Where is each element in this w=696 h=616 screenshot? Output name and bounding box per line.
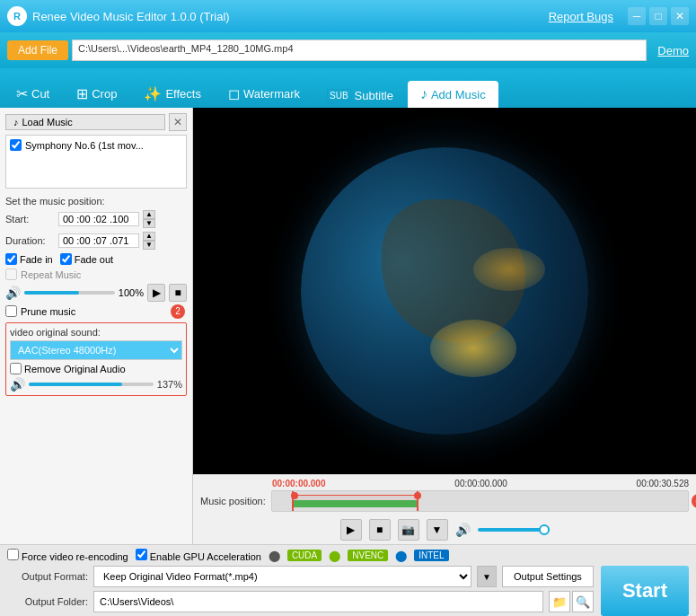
music-item-checkbox[interactable]	[10, 139, 22, 151]
timeline-marker-left	[292, 491, 294, 511]
duration-row: Duration: ▲ ▼	[5, 232, 187, 250]
duration-increment-button[interactable]: ▲	[143, 232, 155, 241]
format-arrow-button[interactable]: ▼	[477, 566, 497, 587]
tab-crop[interactable]: ⊞ Crop	[64, 80, 129, 108]
output-settings-button[interactable]: Output Settings	[502, 566, 594, 587]
enable-gpu-label[interactable]: Enable GPU Acceleration	[136, 549, 261, 562]
bottom-forms: Output Format: Keep Original Video Forma…	[7, 566, 594, 616]
video-preview	[193, 108, 696, 474]
volume-percent-label: 100%	[119, 287, 144, 298]
main-content: ♪ Load Music ✕ Symphony No.6 (1st mov...…	[0, 108, 696, 544]
enable-gpu-checkbox[interactable]	[136, 549, 147, 560]
start-button[interactable]: Start	[601, 566, 689, 616]
volume-thumb	[539, 524, 550, 535]
duration-decrement-button[interactable]: ▼	[143, 241, 155, 250]
subtitle-icon: SUB	[327, 89, 351, 102]
video-area: 00:00:00.000 00:00:00.000 00:00:30.528 M…	[193, 108, 696, 544]
report-bugs-link[interactable]: Report Bugs	[549, 10, 613, 23]
load-music-bar: ♪ Load Music ✕	[5, 113, 187, 131]
restore-button[interactable]: □	[649, 7, 667, 25]
remove-audio-checkbox[interactable]	[10, 363, 22, 374]
playback-dropdown-button[interactable]: ▼	[427, 519, 448, 541]
stop-button[interactable]: ■	[169, 284, 187, 302]
app-title: Renee Video Music Editor 1.0.0 (Trial)	[32, 10, 549, 23]
playback-snapshot-button[interactable]: 📷	[398, 519, 419, 541]
time-mark-1: 00:00:00.000	[272, 479, 326, 488]
volume-slider-fill	[24, 291, 79, 295]
volume-row: 🔊 100% ▶ ■	[5, 284, 187, 302]
start-time-input[interactable]	[58, 212, 139, 226]
fade-out-checkbox[interactable]	[60, 253, 72, 265]
remove-audio-label: Remove Original Audio	[24, 364, 126, 374]
output-folder-input[interactable]	[93, 591, 543, 612]
fade-in-label[interactable]: Fade in	[5, 253, 53, 265]
left-panel: ♪ Load Music ✕ Symphony No.6 (1st mov...…	[0, 108, 193, 544]
list-item[interactable]: Symphony No.6 (1st mov...	[8, 137, 184, 153]
volume-icon: 🔊	[5, 286, 21, 300]
search-folder-button[interactable]: 🔍	[572, 591, 594, 612]
playback-volume-icon: 🔊	[455, 523, 471, 537]
playback-stop-button[interactable]: ■	[369, 519, 391, 541]
tab-addmusic[interactable]: ♪ Add Music	[408, 81, 498, 108]
volume-slider-track[interactable]	[24, 291, 115, 295]
tab-subtitle[interactable]: SUB Subtitle	[314, 84, 406, 108]
start-row: Start: ▲ ▼	[5, 210, 187, 228]
repeat-music-row: Repeat Music	[5, 268, 187, 280]
music-item-label: Symphony No.6 (1st mov...	[25, 140, 144, 151]
crop-icon: ⊞	[76, 85, 88, 102]
fade-row: Fade in Fade out	[5, 253, 187, 265]
playback-volume-slider[interactable]	[478, 528, 550, 532]
fade-out-label[interactable]: Fade out	[60, 253, 113, 265]
clear-music-button[interactable]: ✕	[169, 113, 187, 131]
output-format-select[interactable]: Keep Original Video Format(*.mp4)	[93, 566, 471, 587]
prune-checkbox[interactable]	[5, 305, 17, 317]
window-controls: ─ □ ✕	[628, 7, 689, 25]
volume2-slider-fill	[29, 383, 122, 386]
set-position-label: Set the music position:	[5, 196, 187, 207]
minimize-button[interactable]: ─	[628, 7, 646, 25]
volume2-icon: 🔊	[10, 377, 25, 392]
bottom-content: Output Format: Keep Original Video Forma…	[7, 566, 689, 616]
repeat-music-label: Repeat Music	[21, 269, 81, 280]
remove-audio-row: Remove Original Audio	[10, 363, 182, 374]
fade-in-checkbox[interactable]	[5, 253, 17, 265]
tab-watermark[interactable]: ◻ Watermark	[216, 80, 313, 108]
prune-row: Prune music 2	[5, 305, 187, 317]
close-button[interactable]: ✕	[671, 7, 689, 25]
duration-input[interactable]	[58, 233, 139, 248]
music-position-label: Music position:	[200, 496, 266, 506]
timeline-marker-right	[417, 491, 418, 511]
volume-row2: 🔊 137%	[10, 377, 182, 392]
demo-link[interactable]: Demo	[657, 44, 689, 57]
encoding-row: Force video re-encoding Enable GPU Accel…	[7, 549, 689, 562]
effects-icon: ✨	[144, 85, 162, 102]
prune-label: Prune music	[21, 306, 75, 317]
nav-tabs: ✂ Cut ⊞ Crop ✨ Effects ◻ Watermark SUB S…	[0, 68, 696, 108]
cuda-chip: CUDA	[287, 550, 322, 561]
nvenc-chip: NVENC	[348, 550, 388, 561]
duration-label: Duration:	[5, 235, 55, 246]
tab-effects[interactable]: ✨ Effects	[131, 80, 214, 108]
cut-icon: ✂	[16, 85, 28, 102]
start-decrement-button[interactable]: ▼	[143, 219, 155, 228]
tab-subtitle-label: Subtitle	[355, 89, 393, 102]
title-bar: R Renee Video Music Editor 1.0.0 (Trial)…	[0, 0, 696, 32]
timeline-track[interactable]: ①	[271, 490, 689, 512]
volume2-percent-label: 137%	[157, 379, 182, 390]
earth-city-lights1	[430, 320, 516, 377]
playback-play-button[interactable]: ▶	[340, 519, 362, 541]
force-reencoding-label[interactable]: Force video re-encoding	[7, 549, 128, 562]
force-reencoding-checkbox[interactable]	[7, 549, 19, 560]
add-file-button[interactable]: Add File	[7, 40, 68, 60]
repeat-music-checkbox[interactable]	[5, 268, 17, 280]
tab-addmusic-label: Add Music	[431, 88, 486, 101]
audio-format-dropdown-row: AAC(Stereo 48000Hz)	[10, 340, 182, 360]
play-button[interactable]: ▶	[147, 284, 165, 302]
load-music-button[interactable]: ♪ Load Music	[5, 114, 165, 130]
volume2-slider-track[interactable]	[29, 383, 154, 386]
start-increment-button[interactable]: ▲	[143, 210, 155, 219]
tab-cut[interactable]: ✂ Cut	[4, 80, 62, 108]
browse-folder-button[interactable]: 📁	[549, 591, 570, 612]
audio-format-select[interactable]: AAC(Stereo 48000Hz)	[10, 340, 182, 360]
file-path-display: C:\Users\...\Videos\earth_MP4_1280_10MG.…	[72, 40, 647, 61]
